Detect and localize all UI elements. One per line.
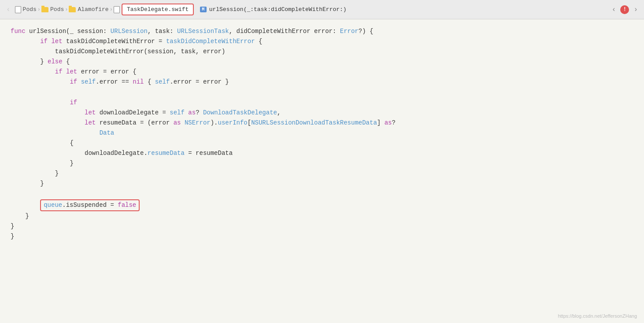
code-line-21: }: [11, 231, 633, 242]
code-line-20: }: [11, 221, 633, 231]
code-line-2: if let taskDidCompleteWithError = taskDi…: [11, 37, 633, 47]
breadcrumb-item-pods-folder[interactable]: Pods: [41, 6, 64, 13]
code-line-9: let downloadDelegate = self as? Download…: [11, 108, 633, 118]
folder-icon: [41, 7, 48, 12]
breadcrumb-item-pods-file[interactable]: Pods: [15, 6, 37, 13]
breadcrumb-label-pods-folder: Pods: [50, 6, 64, 13]
code-line-11: Data: [11, 128, 633, 138]
code-line-13: downloadDelegate.resumeData = resumeData: [11, 148, 633, 158]
method-badge: M: [200, 7, 206, 12]
code-line-8: if: [11, 98, 633, 108]
code-line-6: if self.error == nil { self.error = erro…: [11, 77, 633, 87]
folder-icon-alamofire: [69, 7, 76, 12]
code-line-19: }: [11, 211, 633, 221]
method-tab[interactable]: M urlSession(_:task:didCompleteWithError…: [196, 4, 351, 15]
code-line-1: func urlSession(_ session: URLSession, t…: [11, 26, 633, 37]
nav-right-arrow[interactable]: ›: [631, 4, 640, 15]
file-icon: [15, 6, 21, 13]
highlight-box-queue: queue.isSuspended = false: [40, 199, 140, 211]
code-line-18: queue.isSuspended = false: [11, 199, 633, 211]
code-line-10: let resumeData = (error as NSError).user…: [11, 118, 633, 128]
breadcrumb-sep-1: ›: [37, 7, 41, 13]
code-line-17: [11, 189, 633, 199]
breadcrumb-item-alamofire[interactable]: Alamofire: [69, 6, 108, 13]
code-line-7: [11, 88, 633, 98]
file-icon-swift: [114, 6, 120, 13]
code-line-14: }: [11, 158, 633, 169]
code-line-16: }: [11, 179, 633, 189]
code-line-15: }: [11, 169, 633, 179]
error-badge: !: [620, 5, 629, 14]
breadcrumb-sep-2: ›: [65, 7, 68, 13]
file-tab-taskdelegate[interactable]: TaskDelegate.swift: [122, 4, 194, 15]
breadcrumb-label-alamofire: Alamofire: [78, 6, 108, 13]
nav-right: ‹ ! ›: [609, 4, 640, 15]
nav-left-arrow[interactable]: ‹: [609, 4, 619, 15]
file-tab-label: TaskDelegate.swift: [127, 6, 189, 13]
code-line-5: if let error = error {: [11, 67, 633, 77]
breadcrumb: Pods › Pods › Alamofire ›: [15, 6, 120, 13]
watermark: https://blog.csdn.net/JeffersonZHang: [558, 313, 637, 319]
breadcrumb-sep-3: ›: [110, 7, 113, 13]
nav-bar: ‹ Pods › Pods › Alamofire › TaskDelegate…: [0, 0, 644, 19]
code-line-3: taskDidCompleteWithError(session, task, …: [11, 47, 633, 57]
code-area: func urlSession(_ session: URLSession, t…: [0, 19, 644, 323]
breadcrumb-item-taskdelegate[interactable]: [114, 6, 120, 13]
method-tab-label: urlSession(_:task:didCompleteWithError:): [209, 6, 347, 13]
breadcrumb-label-pods-file: Pods: [23, 6, 37, 13]
code-line-12: {: [11, 138, 633, 148]
code-line-4: } else {: [11, 57, 633, 67]
nav-back-arrow[interactable]: ‹: [4, 4, 13, 15]
